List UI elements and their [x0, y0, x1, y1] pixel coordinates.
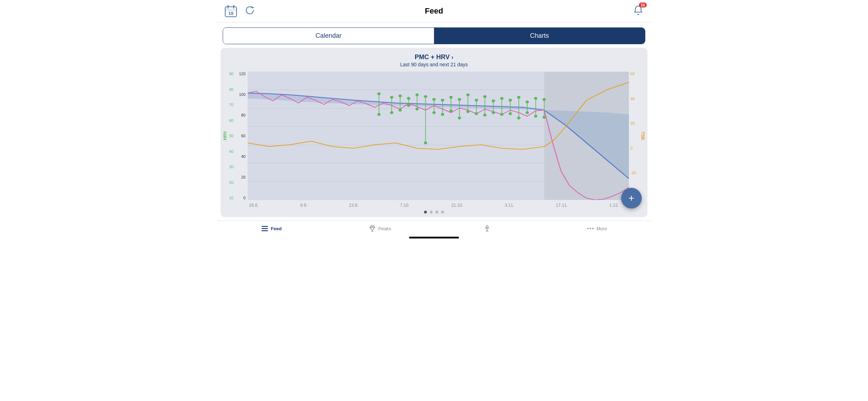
svg-point-41 [449, 109, 453, 112]
svg-point-35 [432, 111, 436, 114]
svg-point-67 [526, 101, 529, 103]
svg-point-74 [542, 116, 546, 119]
svg-point-28 [415, 93, 419, 96]
svg-point-17 [377, 113, 381, 116]
svg-point-55 [492, 99, 495, 102]
chart-title[interactable]: PMC + HRV › [223, 53, 645, 61]
svg-point-49 [475, 99, 478, 102]
notification-badge: 16 [639, 2, 647, 7]
svg-point-80 [372, 226, 373, 228]
nav-peaks-label: Peaks [378, 226, 391, 231]
svg-point-68 [526, 111, 529, 114]
svg-point-32 [424, 142, 428, 144]
chart-container: PMC + HRV › Last 90 days and next 21 day… [221, 48, 647, 217]
svg-point-40 [449, 96, 453, 99]
athlete-icon [483, 225, 491, 232]
svg-line-86 [487, 230, 488, 232]
svg-point-59 [500, 113, 504, 116]
svg-point-64 [517, 96, 521, 99]
app-header: 18 Feed 16 [217, 0, 651, 22]
chart-page-indicator [223, 211, 645, 214]
svg-point-44 [458, 117, 461, 119]
y-axis-tsb-labels: 60 40 20 0 -20 -40 [629, 72, 642, 200]
svg-point-81 [486, 226, 488, 228]
svg-point-37 [441, 99, 444, 102]
nav-peaks[interactable]: Peaks [326, 225, 434, 232]
svg-line-83 [487, 228, 489, 228]
more-icon [587, 225, 594, 232]
y-axis-hrv-title: HRV [223, 131, 228, 140]
svg-rect-75 [262, 226, 268, 227]
svg-point-89 [592, 228, 594, 229]
page-title: Feed [425, 6, 443, 16]
svg-text:18: 18 [228, 11, 233, 16]
nav-feed[interactable]: Feed [217, 225, 326, 232]
notification-area[interactable]: 16 [632, 5, 644, 17]
svg-line-82 [485, 228, 487, 228]
svg-point-38 [441, 113, 444, 116]
chart-subtitle: Last 90 days and next 21 days [223, 62, 645, 67]
svg-point-46 [466, 93, 470, 96]
refresh-icon[interactable] [244, 5, 255, 17]
chart-detail-arrow[interactable]: › [451, 54, 453, 60]
y-axis-hrv-labels: 90 80 70 60 50 40 30 20 10 [229, 72, 235, 200]
svg-point-19 [390, 96, 393, 99]
svg-point-20 [390, 111, 393, 114]
header-left: 18 [224, 4, 255, 18]
svg-point-62 [508, 112, 512, 115]
calendar-icon[interactable]: 18 [224, 4, 238, 18]
svg-point-73 [542, 98, 546, 101]
svg-point-23 [398, 109, 402, 112]
svg-point-25 [407, 97, 410, 100]
svg-point-70 [534, 97, 538, 100]
chart-svg-wrapper [248, 72, 629, 200]
nav-feed-label: Feed [271, 226, 281, 231]
y-axis-tssd-labels: 120 100 80 60 40 20 0 [235, 72, 248, 200]
svg-point-61 [508, 99, 512, 102]
nav-more-label: More [596, 226, 607, 231]
svg-point-47 [466, 110, 470, 113]
chart-svg [248, 72, 629, 200]
home-indicator [409, 237, 459, 238]
y-axis-tsb-title: TSB [640, 132, 645, 140]
svg-point-88 [590, 228, 591, 229]
svg-rect-77 [262, 230, 268, 231]
indicator-dot-3[interactable] [435, 211, 438, 214]
svg-point-34 [432, 98, 436, 101]
svg-point-65 [517, 117, 521, 119]
nav-more[interactable]: More [543, 225, 651, 232]
chart-area: HRV 90 80 70 60 50 40 30 20 10 120 100 8… [223, 72, 645, 200]
svg-point-50 [475, 112, 478, 115]
indicator-dot-2[interactable] [430, 211, 433, 214]
svg-point-22 [398, 94, 402, 97]
x-axis-labels: 26.8. 9.9. 23.9. 7.10. 21.10. 3.11. 17.1… [223, 201, 645, 208]
svg-point-58 [500, 97, 504, 100]
svg-point-26 [407, 104, 410, 107]
svg-point-87 [587, 228, 589, 229]
svg-point-52 [483, 95, 487, 98]
bottom-navigation: Feed Peaks [217, 221, 651, 235]
svg-point-16 [377, 92, 381, 95]
indicator-dot-4[interactable] [441, 211, 444, 214]
list-icon [261, 225, 269, 232]
svg-point-43 [458, 98, 461, 101]
svg-point-29 [415, 108, 419, 110]
svg-point-53 [483, 114, 487, 117]
svg-point-56 [492, 111, 495, 114]
svg-point-71 [534, 115, 538, 118]
tab-bar: Calendar Charts [223, 27, 645, 44]
svg-rect-76 [262, 228, 268, 229]
indicator-dot-1[interactable] [424, 211, 427, 214]
trophy-icon [368, 225, 376, 232]
tab-calendar[interactable]: Calendar [223, 28, 434, 44]
svg-point-31 [424, 95, 428, 98]
nav-athlete[interactable] [434, 225, 543, 232]
tab-charts[interactable]: Charts [434, 28, 645, 44]
add-button[interactable]: + [621, 188, 642, 209]
